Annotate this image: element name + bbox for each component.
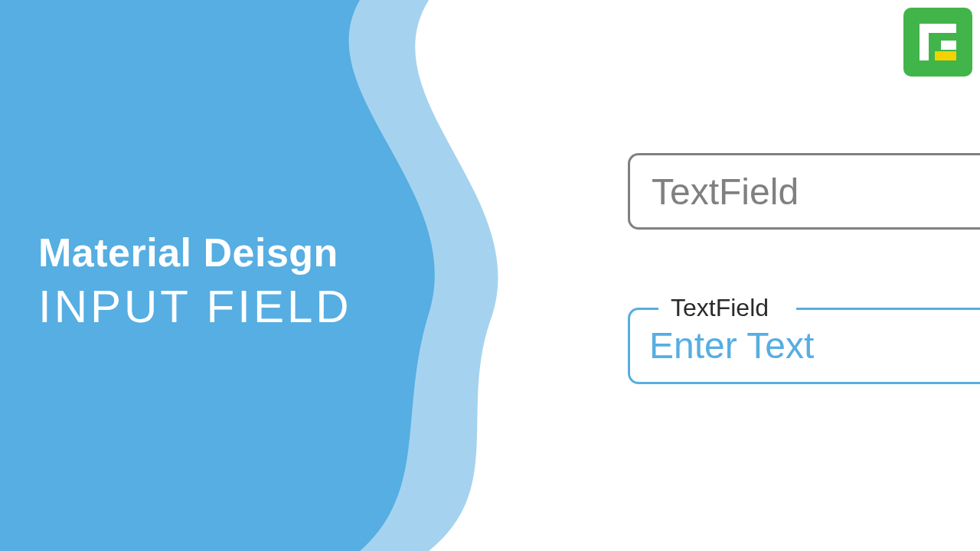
textfield-focused[interactable]: TextField Enter Text	[628, 291, 980, 375]
svg-rect-0	[941, 41, 956, 50]
textfield-idle-placeholder: TextField	[652, 171, 799, 213]
title-line-2: INPUT FIELD	[38, 280, 352, 333]
textfield-idle[interactable]: TextField	[628, 153, 980, 230]
svg-rect-1	[935, 51, 956, 60]
brand-logo	[903, 8, 972, 77]
logo-icon	[913, 18, 962, 67]
input-fields-demo: TextField TextField Enter Text	[628, 153, 980, 375]
textfield-focused-value: Enter Text	[649, 324, 814, 367]
hero-title: Material Deisgn INPUT FIELD	[38, 230, 352, 333]
title-line-1: Material Deisgn	[38, 230, 352, 276]
textfield-focused-label: TextField	[668, 294, 772, 322]
